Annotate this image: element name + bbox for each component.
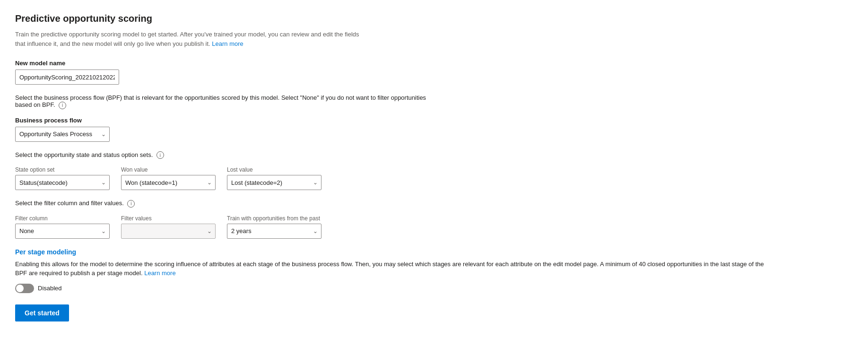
won-select-wrapper: Won (statecode=1) ⌄ <box>121 175 216 190</box>
lost-select-wrapper: Lost (statecode=2) ⌄ <box>227 175 321 190</box>
toggle-label: Disabled <box>38 285 62 292</box>
state-option-set-select[interactable]: Status(statecode) <box>15 175 110 190</box>
lost-value-label: Lost value <box>227 166 321 173</box>
per-stage-section: Per stage modeling Enabling this allows … <box>15 248 853 293</box>
train-label: Train with opportunities from the past <box>227 215 321 222</box>
filter-values-select[interactable] <box>121 224 216 239</box>
won-value-label: Won value <box>121 166 216 173</box>
toggle-control[interactable] <box>15 284 34 293</box>
filter-dropdowns-row: Filter column None ⌄ Filter values ⌄ Tra… <box>15 215 853 239</box>
page-title: Predictive opportunity scoring <box>15 13 853 24</box>
toggle-row: Disabled <box>15 284 853 293</box>
state-info-icon[interactable]: i <box>156 151 164 159</box>
get-started-button[interactable]: Get started <box>15 304 69 321</box>
model-name-label: New model name <box>15 60 853 67</box>
bpf-select[interactable]: Opportunity Sales Process <box>15 127 110 142</box>
filter-section: Select the filter column and filter valu… <box>15 200 853 239</box>
bpf-description: Select the business process flow (BPF) t… <box>15 94 441 109</box>
lost-value-select[interactable]: Lost (statecode=2) <box>227 175 321 190</box>
state-dropdowns-row: State option set Status(statecode) ⌄ Won… <box>15 166 853 190</box>
filter-values-select-wrapper: ⌄ <box>121 224 216 239</box>
filter-info-icon[interactable]: i <box>127 200 135 208</box>
filter-column-label: Filter column <box>15 215 110 222</box>
lost-value-group: Lost value Lost (statecode=2) ⌄ <box>227 166 321 190</box>
per-stage-title: Per stage modeling <box>15 248 853 256</box>
toggle-slider <box>15 284 34 293</box>
bpf-section: Select the business process flow (BPF) t… <box>15 94 853 142</box>
filter-column-group: Filter column None ⌄ <box>15 215 110 239</box>
filter-column-select-wrapper: None ⌄ <box>15 224 110 239</box>
per-stage-learn-more-link[interactable]: Learn more <box>144 269 175 277</box>
bpf-info-icon[interactable]: i <box>59 102 66 109</box>
won-value-select[interactable]: Won (statecode=1) <box>121 175 216 190</box>
state-select-wrapper: Status(statecode) ⌄ <box>15 175 110 190</box>
per-stage-description: Enabling this allows for the model to de… <box>15 260 772 278</box>
bpf-select-wrapper: Opportunity Sales Process ⌄ <box>15 127 110 142</box>
filter-section-label: Select the filter column and filter valu… <box>15 200 441 208</box>
state-option-set-label: State option set <box>15 166 110 173</box>
description: Train the predictive opportunity scoring… <box>15 30 365 48</box>
bpf-label: Business process flow <box>15 117 853 124</box>
state-option-set-group: State option set Status(statecode) ⌄ <box>15 166 110 190</box>
train-group: Train with opportunities from the past 2… <box>227 215 321 239</box>
description-text: Train the predictive opportunity scoring… <box>15 31 359 47</box>
filter-values-group: Filter values ⌄ <box>121 215 216 239</box>
train-select[interactable]: 2 years 1 year 3 years <box>227 224 321 239</box>
filter-values-label: Filter values <box>121 215 216 222</box>
state-section-label: Select the opportunity state and status … <box>15 151 441 159</box>
state-section: Select the opportunity state and status … <box>15 151 853 191</box>
learn-more-link[interactable]: Learn more <box>212 40 243 47</box>
won-value-group: Won value Won (statecode=1) ⌄ <box>121 166 216 190</box>
model-name-group: New model name <box>15 60 853 85</box>
model-name-input[interactable] <box>15 69 119 85</box>
train-select-wrapper: 2 years 1 year 3 years ⌄ <box>227 224 321 239</box>
filter-column-select[interactable]: None <box>15 224 110 239</box>
